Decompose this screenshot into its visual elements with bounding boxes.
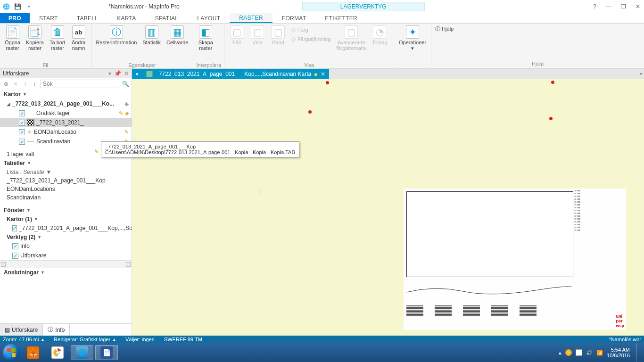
remove-icon[interactable]: ✕ [12, 81, 19, 87]
ribbon-tab-raster[interactable]: RASTER [230, 13, 272, 23]
qat-save-icon[interactable]: 💾 [13, 2, 22, 11]
operations-button[interactable]: ✦Operationer▾ [397, 25, 428, 52]
taskbar-word[interactable]: 📄 [95, 345, 118, 360]
create-raster-button[interactable]: ◧Skaparaster [196, 25, 215, 52]
rename-button[interactable]: abÄndranamn [69, 25, 88, 52]
map-canvas[interactable]: uniperwsp [132, 79, 644, 336]
ribbon-tab-layout[interactable]: LAYOUT [188, 13, 230, 23]
tab-info[interactable]: ⓘInfo [43, 324, 70, 336]
search-icon[interactable]: 🔍 [122, 81, 129, 87]
copy-raster-button[interactable]: 📑Kopieraraster [24, 25, 46, 52]
horizontal-scrollbar[interactable] [0, 260, 132, 268]
close-button[interactable]: ✕ [634, 3, 642, 10]
tray-volume-icon[interactable]: 🔊 [586, 350, 593, 356]
map-point[interactable] [549, 117, 553, 120]
document-tab-label: _7722_013_2021_A_page_001___Kop,...,Scan… [156, 71, 311, 77]
panel-options-icon[interactable]: ▾ [108, 70, 111, 77]
delete-raster-button[interactable]: 🗑Ta bortraster [48, 25, 67, 52]
scroll-left-icon[interactable] [1, 262, 6, 267]
document-tab[interactable]: _7722_013_2021_A_page_001___Kop,...,Scan… [142, 69, 329, 79]
tool-checkbox[interactable]: ✓ [12, 253, 18, 259]
raster-info-button[interactable]: ⓘRasterinformation [94, 25, 139, 46]
tray-clock[interactable]: 5:54 AM 10/6/2016 [607, 347, 630, 358]
status-crs[interactable]: SWEREF 99 TM [164, 337, 202, 342]
ribbon-tab-spatial[interactable]: SPATIAL [146, 13, 188, 23]
qat-dropdown-icon[interactable]: ▾ [25, 2, 33, 11]
search-input[interactable] [41, 80, 119, 88]
table-item[interactable]: _7722_013_2021_A_page_001___Kop [0, 176, 132, 185]
tool-item-utforskare[interactable]: ✓ Utforskare [0, 251, 132, 260]
taskbar-firefox[interactable]: 🦊 [22, 345, 44, 360]
open-raster-button[interactable]: 📄Öppnaraster [3, 25, 22, 52]
ribbon-tab-tabell[interactable]: TABELL [67, 13, 108, 23]
layer-row-grafiskt[interactable]: ✓ Grafiskt lager ✎ ◈ [0, 108, 132, 118]
rename-icon: ab [72, 25, 85, 39]
map-point[interactable] [308, 110, 312, 114]
tab-close-icon[interactable]: ✕ [321, 71, 325, 77]
map-point[interactable] [551, 81, 554, 84]
window-checkbox[interactable]: ✓ [12, 225, 17, 231]
layer-checkbox[interactable]: ✓ [19, 139, 25, 145]
list-filter[interactable]: Lista : Senaste▼ [0, 168, 132, 176]
section-anslutningar[interactable]: Anslutningar▼ [0, 268, 132, 277]
tray-flag-icon[interactable] [576, 349, 582, 356]
pencil-icon[interactable]: ✎ [124, 129, 129, 135]
layer-checkbox[interactable]: ✓ [19, 110, 25, 116]
ribbon-tab-etiketter[interactable]: ETIKETTER [315, 13, 367, 23]
add-map-icon[interactable]: ⊕ [3, 81, 9, 87]
layer-checkbox[interactable]: ✓ [19, 129, 25, 135]
cell-value-button[interactable]: ▦Cellvärde [165, 25, 190, 46]
table-item[interactable]: Scandinavian [0, 193, 132, 202]
layer-checkbox[interactable]: ✓ [19, 120, 25, 126]
ribbon-tab-format[interactable]: FORMAT [272, 13, 316, 23]
tray-expand-icon[interactable]: ▴ [559, 350, 561, 356]
map-point[interactable] [326, 81, 329, 84]
tray-app-icon[interactable] [565, 349, 572, 356]
tray-network-icon[interactable]: 📶 [596, 350, 603, 356]
restore-button[interactable]: ❐ [619, 3, 628, 10]
move-up-icon[interactable]: ↑ [22, 81, 28, 87]
show-desktop-button[interactable] [636, 344, 641, 362]
tab-menu-icon[interactable]: ▾ [640, 71, 642, 76]
ribbon-tab-pro[interactable]: PRO [0, 13, 30, 23]
ribbon-tab-start[interactable]: START [30, 13, 67, 23]
tab-list-icon[interactable]: ▾ [132, 69, 142, 79]
window-controls: ? — ❐ ✕ [591, 3, 642, 10]
windows-kartor[interactable]: Kartor (1)▼ [0, 215, 132, 223]
tool-item-info[interactable]: ✓ Info [0, 241, 132, 251]
table-item[interactable]: EONDamLocations [0, 185, 132, 193]
section-tabeller[interactable]: Tabeller▼ [0, 158, 132, 168]
taskbar-chrome[interactable] [46, 345, 69, 360]
style-icon[interactable]: ◈ [125, 110, 129, 116]
tab-utforskare[interactable]: ▤Utforskare [0, 324, 43, 336]
windows-verktyg[interactable]: Verktyg (2)▼ [0, 233, 132, 241]
taskbar-mapinfo[interactable]: 🌐 [71, 345, 93, 360]
status-selecting[interactable]: Väljer: Ingen [125, 337, 155, 342]
window-item[interactable]: ✓ _7722_013_2021_A_page_001___Kop,...,Sc… [0, 223, 132, 233]
ribbon-group-help: ⓘ Hjälp Hjälp [431, 24, 644, 68]
layer-row-eon[interactable]: ✓ ★ EONDamLocatio ✎ [0, 127, 132, 137]
layer-row-7722[interactable]: ✓ _7722_013_2021_ [0, 118, 132, 127]
panel-close-icon[interactable]: ✕ [124, 70, 129, 77]
help-button[interactable]: ? [591, 3, 598, 10]
statistics-button[interactable]: ▥Statistik [140, 25, 163, 46]
move-down-icon[interactable]: ↓ [31, 81, 38, 87]
panel-pin-icon[interactable]: 📌 [114, 70, 121, 77]
section-fonster[interactable]: Fönster▼ [0, 206, 132, 215]
shading-button: ◔Toning [370, 25, 389, 46]
ribbon-tab-karta[interactable]: KARTA [107, 13, 145, 23]
contextual-tab-label[interactable]: LAGERVERKTYG [302, 2, 425, 11]
status-editing[interactable]: Redigerar: Grafiskt lager▲ [54, 337, 116, 342]
map-node[interactable]: ◢ _7722_013_2021_A_page_001___Ko... ◈ [0, 99, 132, 108]
start-button[interactable] [3, 344, 20, 361]
status-zoom[interactable]: Zoom: 47.06 mi▲ [3, 337, 44, 342]
section-kartor[interactable]: Kartor▼ [0, 90, 132, 99]
minimize-button[interactable]: — [604, 3, 613, 10]
tool-checkbox[interactable]: ✓ [12, 243, 18, 249]
scroll-right-icon[interactable] [126, 262, 131, 267]
help-button[interactable]: ⓘ Hjälp [435, 25, 640, 33]
collapse-icon[interactable]: ◢ [7, 101, 10, 107]
layer-label: _7722_013_2021_ [36, 119, 83, 126]
pencil-icon[interactable]: ✎ [119, 110, 123, 116]
map-edit-icon[interactable]: ◈ [124, 100, 129, 107]
